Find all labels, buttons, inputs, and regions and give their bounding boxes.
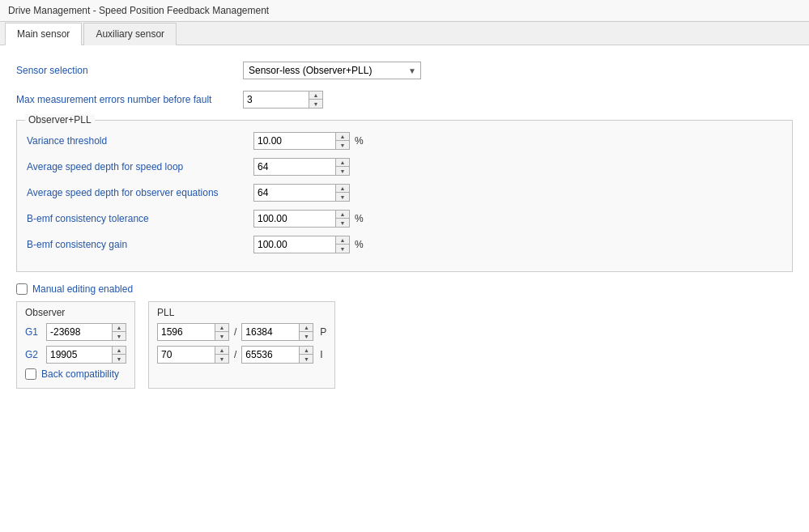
sensor-selection-label: Sensor selection bbox=[16, 65, 243, 76]
variance-threshold-row: Variance threshold ▲ ▼ % bbox=[27, 132, 782, 150]
back-compat-label: Back compatibility bbox=[41, 368, 119, 380]
bemf-tolerance-row: B-emf consistency tolerance ▲ ▼ % bbox=[27, 210, 782, 228]
g1-spinbox: ▲ ▼ bbox=[46, 323, 126, 341]
bemf-gain-label: B-emf consistency gain bbox=[27, 239, 253, 250]
title-bar: Drive Management - Speed Position Feedba… bbox=[0, 0, 809, 22]
tab-main-sensor[interactable]: Main sensor bbox=[5, 23, 82, 45]
g1-row: G1 ▲ ▼ bbox=[25, 323, 126, 341]
g1-label: G1 bbox=[25, 326, 41, 338]
bemf-gain-spinbox: ▲ ▼ bbox=[253, 236, 350, 253]
max-errors-spinbox: ▲ ▼ bbox=[243, 91, 323, 109]
avg-speed-speed-label: Average speed depth for speed loop bbox=[27, 161, 253, 172]
bemf-gain-spin-up[interactable]: ▲ bbox=[336, 236, 349, 245]
variance-threshold-input[interactable] bbox=[254, 134, 335, 148]
pll-i-right-spin-up[interactable]: ▲ bbox=[300, 347, 313, 355]
pll-p-left-spin-down[interactable]: ▼ bbox=[215, 332, 228, 340]
avg-speed-speed-spin-up[interactable]: ▲ bbox=[336, 159, 349, 167]
tab-bar: Main sensor Auxiliary sensor bbox=[0, 22, 809, 45]
pll-i-row: ▲ ▼ / ▲ ▼ I bbox=[157, 346, 326, 364]
avg-speed-observer-spin-up[interactable]: ▲ bbox=[336, 185, 349, 193]
pll-p-left-input[interactable] bbox=[158, 325, 215, 339]
max-errors-row: Max measurement errors number before fau… bbox=[16, 91, 793, 109]
bemf-tolerance-spinbox: ▲ ▼ bbox=[253, 210, 350, 228]
back-compat-checkbox[interactable] bbox=[25, 368, 36, 380]
max-errors-spin-btns: ▲ ▼ bbox=[309, 92, 322, 108]
g2-row: G2 ▲ ▼ bbox=[25, 346, 126, 364]
pll-i-left-spin-down[interactable]: ▼ bbox=[215, 355, 228, 363]
avg-speed-observer-label: Average speed depth for observer equatio… bbox=[27, 187, 253, 198]
avg-speed-observer-spin-btns: ▲ ▼ bbox=[335, 185, 349, 201]
g2-spin-down[interactable]: ▼ bbox=[113, 355, 126, 363]
pll-i-left-spin-up[interactable]: ▲ bbox=[215, 347, 228, 355]
pll-i-right-spinbox: ▲ ▼ bbox=[241, 346, 313, 364]
manual-editing-checkbox[interactable] bbox=[16, 283, 28, 295]
pll-i-left-input[interactable] bbox=[158, 347, 215, 362]
back-compat-row: Back compatibility bbox=[25, 368, 126, 380]
observer-pll-title: Observer+PLL bbox=[25, 114, 95, 126]
variance-threshold-unit: % bbox=[355, 135, 364, 147]
sensor-selection-dropdown[interactable]: Sensor-less (Observer+PLL) Encoder Hall … bbox=[243, 62, 421, 79]
max-errors-spin-up[interactable]: ▲ bbox=[309, 92, 322, 100]
observer-panel: Observer G1 ▲ ▼ G2 ▲ bbox=[16, 301, 135, 389]
pll-i-suffix: I bbox=[320, 349, 322, 360]
g1-input[interactable] bbox=[47, 325, 112, 339]
max-errors-label: Max measurement errors number before fau… bbox=[16, 94, 243, 105]
max-errors-input[interactable] bbox=[244, 92, 309, 107]
bemf-gain-unit: % bbox=[355, 239, 364, 250]
avg-speed-observer-spinbox: ▲ ▼ bbox=[253, 184, 350, 202]
max-errors-spin-down[interactable]: ▼ bbox=[309, 100, 322, 108]
avg-speed-observer-row: Average speed depth for observer equatio… bbox=[27, 184, 782, 202]
bemf-gain-row: B-emf consistency gain ▲ ▼ % bbox=[27, 236, 782, 253]
g2-spin-btns: ▲ ▼ bbox=[112, 347, 126, 363]
observer-pll-panels: Observer G1 ▲ ▼ G2 ▲ bbox=[16, 301, 793, 389]
pll-p-divider: / bbox=[232, 326, 238, 338]
bemf-gain-spin-down[interactable]: ▼ bbox=[336, 245, 349, 253]
avg-speed-speed-row: Average speed depth for speed loop ▲ ▼ bbox=[27, 158, 782, 176]
g1-spin-down[interactable]: ▼ bbox=[113, 332, 126, 340]
pll-p-right-spin-btns: ▲ ▼ bbox=[299, 324, 313, 340]
pll-p-right-spin-up[interactable]: ▲ bbox=[300, 324, 313, 332]
g1-spin-up[interactable]: ▲ bbox=[113, 324, 126, 332]
pll-p-right-input[interactable] bbox=[242, 325, 299, 339]
pll-p-left-spin-up[interactable]: ▲ bbox=[215, 324, 228, 332]
pll-p-row: ▲ ▼ / ▲ ▼ P bbox=[157, 323, 326, 341]
manual-editing-row: Manual editing enabled bbox=[16, 283, 793, 295]
pll-i-right-spin-btns: ▲ ▼ bbox=[299, 347, 313, 363]
avg-speed-speed-spinbox: ▲ ▼ bbox=[253, 158, 350, 176]
avg-speed-speed-spin-down[interactable]: ▼ bbox=[336, 167, 349, 175]
observer-panel-title: Observer bbox=[25, 307, 126, 318]
bemf-gain-spin-btns: ▲ ▼ bbox=[335, 236, 349, 253]
pll-p-right-spinbox: ▲ ▼ bbox=[241, 323, 313, 341]
main-content: Sensor selection Sensor-less (Observer+P… bbox=[0, 45, 809, 532]
pll-p-left-spinbox: ▲ ▼ bbox=[157, 323, 229, 341]
g2-spin-up[interactable]: ▲ bbox=[113, 347, 126, 355]
pll-p-right-spin-down[interactable]: ▼ bbox=[300, 332, 313, 340]
manual-editing-label: Manual editing enabled bbox=[32, 283, 133, 295]
avg-speed-observer-spin-down[interactable]: ▼ bbox=[336, 193, 349, 201]
bemf-tolerance-spin-down[interactable]: ▼ bbox=[336, 219, 349, 227]
observer-pll-content: Variance threshold ▲ ▼ % Average speed d… bbox=[27, 132, 782, 253]
g2-input[interactable] bbox=[47, 347, 112, 362]
pll-i-right-spin-down[interactable]: ▼ bbox=[300, 355, 313, 363]
tab-auxiliary-sensor[interactable]: Auxiliary sensor bbox=[83, 23, 177, 45]
bemf-tolerance-spin-up[interactable]: ▲ bbox=[336, 211, 349, 219]
avg-speed-observer-input[interactable] bbox=[254, 185, 335, 200]
variance-threshold-spin-down[interactable]: ▼ bbox=[336, 141, 349, 149]
observer-pll-group: Observer+PLL Variance threshold ▲ ▼ % Av… bbox=[16, 120, 793, 272]
pll-panel-title: PLL bbox=[157, 307, 326, 318]
pll-i-right-input[interactable] bbox=[242, 347, 299, 362]
bemf-gain-input[interactable] bbox=[254, 237, 335, 252]
sensor-selection-row: Sensor selection Sensor-less (Observer+P… bbox=[16, 62, 793, 79]
avg-speed-speed-input[interactable] bbox=[254, 160, 335, 174]
g1-spin-btns: ▲ ▼ bbox=[112, 324, 126, 340]
pll-panel: PLL ▲ ▼ / ▲ ▼ P bbox=[148, 301, 335, 389]
bemf-tolerance-spin-btns: ▲ ▼ bbox=[335, 211, 349, 227]
variance-threshold-spin-btns: ▲ ▼ bbox=[335, 133, 349, 149]
variance-threshold-spin-up[interactable]: ▲ bbox=[336, 133, 349, 141]
bemf-tolerance-label: B-emf consistency tolerance bbox=[27, 213, 253, 224]
bemf-tolerance-input[interactable] bbox=[254, 211, 335, 226]
bemf-tolerance-unit: % bbox=[355, 213, 364, 224]
pll-p-left-spin-btns: ▲ ▼ bbox=[215, 324, 228, 340]
pll-i-divider: / bbox=[232, 349, 238, 360]
sensor-selection-dropdown-wrapper: Sensor-less (Observer+PLL) Encoder Hall … bbox=[243, 62, 421, 79]
